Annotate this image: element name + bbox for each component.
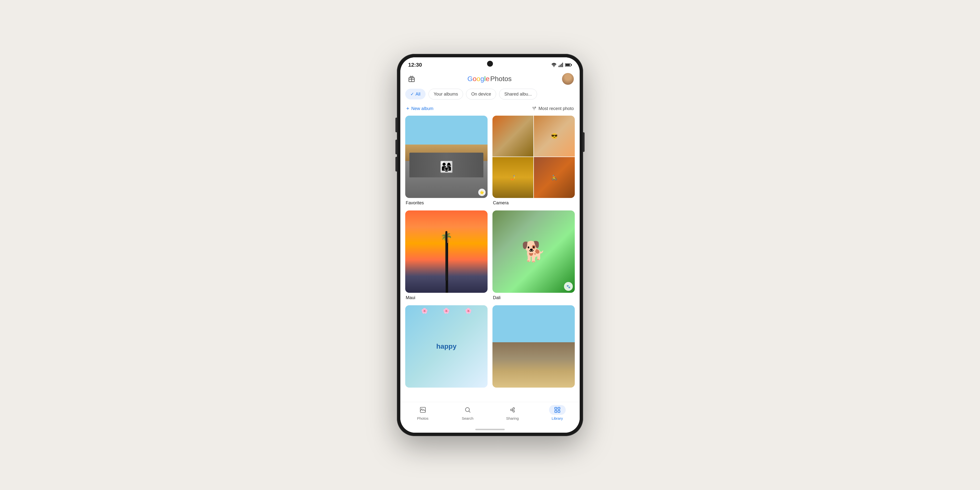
album-camera[interactable]: 😎 🤳 🚴 Camera	[492, 116, 575, 205]
filter-tabs: ✓ All Your albums On device Shared albu.…	[400, 89, 580, 103]
nav-search-label: Search	[462, 416, 474, 420]
nav-photos-label: Photos	[417, 416, 428, 420]
album-maui[interactable]: 🌴 Maui	[405, 210, 488, 301]
svg-rect-7	[565, 64, 570, 66]
album-dali[interactable]: 🐾 Dali	[492, 210, 575, 301]
svg-rect-6	[571, 64, 572, 66]
tab-your-albums-label: Your albums	[434, 92, 458, 97]
album-maui-thumb: 🌴	[405, 210, 488, 293]
album-mountain[interactable]	[492, 305, 575, 395]
album-favorites-thumb: 👨‍👩‍👧 ⭐	[405, 116, 488, 198]
header-left	[406, 73, 417, 84]
new-album-button[interactable]: + New album	[406, 105, 433, 112]
album-dali-label: Dali	[492, 295, 501, 300]
album-maui-label: Maui	[405, 295, 416, 300]
toolbar-row: + New album Most recent photo	[400, 103, 580, 116]
album-happy-label	[405, 390, 406, 395]
tab-shared-albums[interactable]: Shared albu...	[499, 89, 537, 99]
camera-grid-2: 😎	[534, 116, 575, 157]
check-icon: ✓	[410, 91, 414, 97]
star-badge: ⭐	[478, 189, 485, 196]
sort-label: Most recent photo	[539, 106, 574, 111]
status-time: 12:30	[408, 62, 422, 68]
avatar-image	[562, 73, 574, 85]
nav-sharing-label: Sharing	[506, 416, 519, 420]
album-favorites[interactable]: 👨‍👩‍👧 ⭐ Favorites	[405, 116, 488, 205]
album-camera-thumb: 😎 🤳 🚴	[492, 116, 575, 198]
camera-grid-3: 🤳	[492, 157, 533, 198]
svg-rect-2	[560, 65, 560, 67]
tab-on-device-label: On device	[471, 92, 491, 97]
tab-on-device[interactable]: On device	[466, 89, 496, 99]
phone-screen: 12:30	[400, 57, 580, 433]
album-favorites-label: Favorites	[405, 200, 424, 205]
logo-photos-text: Photos	[490, 75, 512, 83]
svg-rect-1	[558, 66, 559, 67]
tab-your-albums[interactable]: Your albums	[428, 89, 463, 99]
svg-rect-3	[561, 64, 562, 67]
pet-badge: 🐾	[564, 282, 573, 291]
battery-icon	[565, 63, 572, 67]
sort-button[interactable]: Most recent photo	[531, 106, 574, 111]
albums-grid: 👨‍👩‍👧 ⭐ Favorites 😎	[400, 116, 580, 400]
camera-grid-4: 🚴	[534, 157, 575, 198]
camera-grid-1	[492, 116, 533, 157]
svg-rect-4	[562, 63, 563, 67]
album-mountain-thumb	[492, 305, 575, 388]
home-indicator	[400, 427, 580, 433]
app-logo: Google Photos	[468, 75, 512, 83]
tab-all-label: All	[415, 92, 420, 97]
sort-icon	[531, 106, 536, 111]
phone-frame: 12:30	[397, 54, 583, 436]
svg-point-0	[554, 67, 554, 67]
app-header: Google Photos	[400, 70, 580, 89]
avatar[interactable]	[562, 73, 574, 85]
home-bar	[475, 429, 505, 430]
album-dali-thumb: 🐾	[492, 210, 575, 293]
signal-icon	[558, 63, 563, 67]
camera-notch	[487, 61, 493, 67]
new-album-label: New album	[411, 106, 433, 111]
logo-google-text: Google	[468, 75, 490, 83]
gift-icon-button[interactable]	[406, 73, 417, 84]
album-camera-label: Camera	[492, 200, 509, 205]
status-icons	[551, 63, 572, 67]
content-area: + New album Most recent photo	[400, 103, 580, 402]
status-bar: 12:30	[400, 57, 580, 70]
tab-all[interactable]: ✓ All	[405, 89, 426, 99]
tab-shared-albums-label: Shared albu...	[504, 92, 531, 97]
plus-icon: +	[406, 105, 409, 112]
wifi-icon	[551, 63, 557, 67]
nav-library-label: Library	[552, 416, 563, 420]
